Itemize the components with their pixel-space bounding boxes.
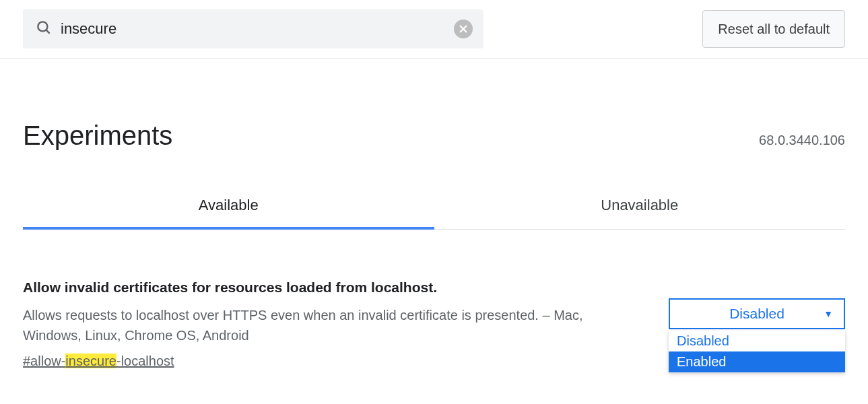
search-icon bbox=[35, 19, 53, 39]
flag-anchor-post: -localhost bbox=[116, 354, 174, 368]
version-label: 68.0.3440.106 bbox=[759, 133, 845, 148]
flag-state-option-enabled[interactable]: Enabled bbox=[669, 351, 845, 372]
flag-details: Allow invalid certificates for resources… bbox=[23, 279, 642, 369]
flag-row: Allow invalid certificates for resources… bbox=[23, 279, 845, 369]
flag-anchor-link[interactable]: #allow-insecure-localhost bbox=[23, 354, 174, 368]
flag-description: Allows requests to localhost over HTTPS … bbox=[23, 305, 642, 345]
search-box[interactable] bbox=[23, 9, 483, 48]
page-title: Experiments bbox=[23, 121, 172, 151]
flag-state-selected: Disabled bbox=[729, 306, 784, 322]
flag-state-dropdown: Disabled Enabled bbox=[669, 331, 845, 372]
title-row: Experiments 68.0.3440.106 bbox=[23, 121, 845, 151]
tab-available[interactable]: Available bbox=[23, 197, 434, 229]
chevron-down-icon: ▼ bbox=[824, 308, 833, 319]
search-input[interactable] bbox=[61, 20, 454, 38]
svg-point-0 bbox=[38, 22, 47, 31]
flag-title: Allow invalid certificates for resources… bbox=[23, 279, 642, 296]
flag-state-option-disabled[interactable]: Disabled bbox=[669, 331, 845, 351]
tab-unavailable[interactable]: Unavailable bbox=[434, 197, 846, 229]
flag-anchor-highlight: insecure bbox=[65, 354, 116, 368]
reset-all-button[interactable]: Reset all to default bbox=[702, 10, 845, 48]
flag-anchor-pre: #allow- bbox=[23, 354, 65, 368]
flag-state-select[interactable]: Disabled ▼ bbox=[669, 298, 845, 329]
flag-control: Disabled ▼ Disabled Enabled bbox=[669, 298, 845, 369]
tabs: Available Unavailable bbox=[23, 197, 845, 230]
svg-line-1 bbox=[46, 30, 49, 33]
top-bar: Reset all to default bbox=[0, 0, 868, 59]
clear-search-icon[interactable] bbox=[454, 20, 473, 38]
